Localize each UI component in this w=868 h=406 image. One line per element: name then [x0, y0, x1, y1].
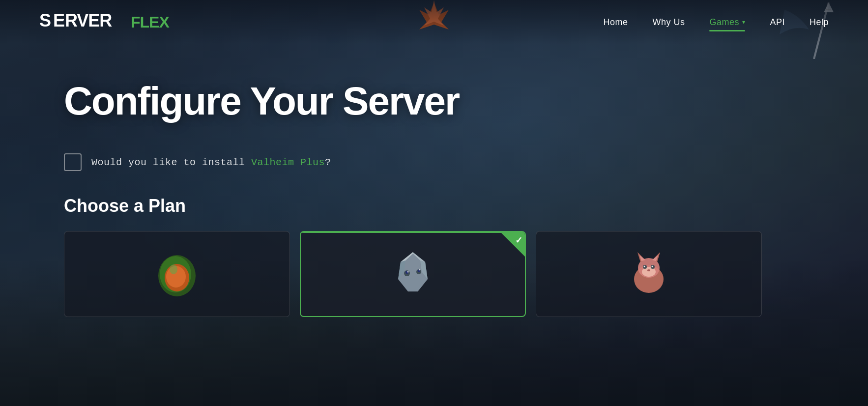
nav-item-why-us[interactable]: Why Us: [652, 17, 685, 28]
svg-point-34: [644, 265, 645, 267]
nav-link-api[interactable]: API: [770, 17, 785, 27]
nav-link-why-us[interactable]: Why Us: [652, 17, 685, 27]
nav-item-home[interactable]: Home: [603, 17, 628, 28]
plan-card-2[interactable]: [300, 231, 526, 317]
hero-section: S E RVER FLEX Home Why Us Gam: [0, 0, 868, 406]
choose-plan-title: Choose a Plan: [64, 196, 804, 216]
valheim-checkbox[interactable]: [64, 153, 82, 171]
plan-icon-3: [619, 245, 678, 304]
logo-server-text: S E RVER: [39, 10, 133, 34]
nav-item-games[interactable]: Games ▾: [709, 17, 745, 28]
svg-point-36: [647, 269, 650, 271]
svg-point-35: [652, 265, 653, 267]
nav-links: Home Why Us Games ▾ API Help: [603, 17, 829, 28]
plan-card-3[interactable]: [536, 231, 762, 317]
valheim-option: Would you like to install Valheim Plus?: [64, 153, 804, 171]
svg-point-23: [407, 271, 409, 272]
selected-badge: [500, 232, 525, 257]
valheim-plus-link[interactable]: Valheim Plus: [251, 157, 325, 168]
chevron-down-icon: ▾: [742, 19, 746, 26]
navigation: S E RVER FLEX Home Why Us Gam: [0, 0, 868, 44]
nav-item-help[interactable]: Help: [810, 17, 829, 28]
plan-icon-2: [383, 245, 442, 304]
svg-text:S: S: [39, 10, 51, 30]
plan-cards: [64, 231, 804, 317]
nav-link-help[interactable]: Help: [810, 17, 829, 27]
svg-point-13: [170, 264, 177, 274]
plan-icon-1: [147, 245, 206, 304]
nav-item-api[interactable]: API: [770, 17, 785, 28]
plan-card-1[interactable]: [64, 231, 290, 317]
svg-text:RVER: RVER: [65, 10, 112, 30]
svg-point-24: [419, 269, 420, 270]
nav-link-home[interactable]: Home: [603, 17, 628, 27]
valheim-text: Would you like to install Valheim Plus?: [91, 157, 331, 168]
main-content: Configure Your Server Would you like to …: [0, 0, 868, 406]
nav-link-games[interactable]: Games ▾: [709, 17, 745, 28]
games-active-underline: [709, 30, 745, 31]
logo: S E RVER FLEX: [39, 10, 169, 34]
logo-flex-text: FLEX: [131, 13, 169, 31]
page-title: Configure Your Server: [64, 79, 804, 124]
